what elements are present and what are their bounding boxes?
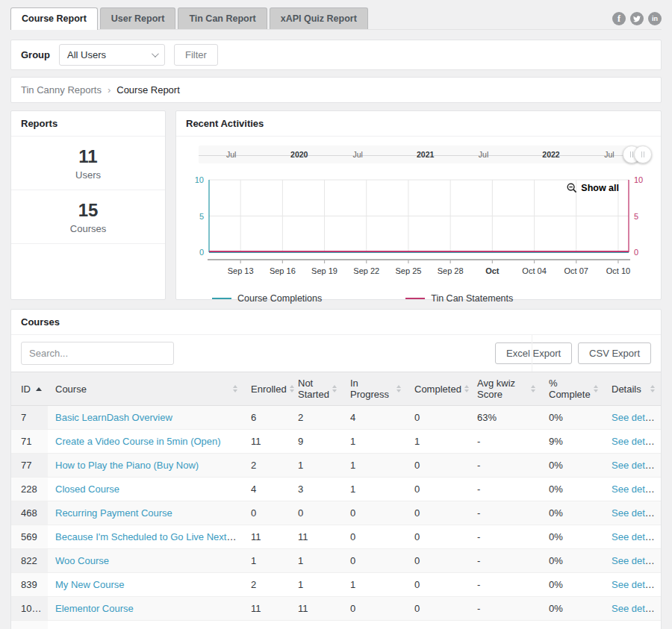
twitter-icon[interactable] xyxy=(630,12,644,25)
column-header--complete[interactable]: % Complete xyxy=(541,372,604,406)
courses-table-head: IDCourseEnrolledNot StartedIn ProgressCo… xyxy=(11,372,661,406)
cell-avg-quiz-score: - xyxy=(470,454,541,478)
course-link[interactable]: Woo Course xyxy=(55,555,109,566)
legend-line-pink xyxy=(405,298,425,299)
column-header-in-progress[interactable]: In Progress xyxy=(343,372,407,406)
course-link[interactable]: Elementor Course xyxy=(55,603,134,614)
column-header-not-started[interactable]: Not Started xyxy=(290,372,343,406)
tab-course-report[interactable]: Course Report xyxy=(10,7,98,30)
cell-id: 822 xyxy=(11,549,48,573)
column-label: % Complete xyxy=(549,378,591,400)
courses-table-body: 7Basic LearnDash Overview624063%0%See de… xyxy=(11,406,661,629)
show-all-button[interactable]: Show all xyxy=(567,183,619,193)
cell-enrolled: 11 xyxy=(243,430,290,454)
see-details-link[interactable]: See details xyxy=(612,603,659,614)
svg-text:Oct 10: Oct 10 xyxy=(606,266,630,275)
see-details-link[interactable]: See details xyxy=(612,412,659,423)
cell-details: See details xyxy=(604,549,661,573)
facebook-icon[interactable]: f xyxy=(612,12,626,25)
chart-navigator[interactable]: Jul2020Jul2021Jul2022Jul xyxy=(199,145,646,163)
breadcrumb-current: Course Report xyxy=(116,84,180,96)
see-details-link[interactable]: See details xyxy=(612,531,659,542)
cell-avg-quiz-score: - xyxy=(470,430,541,454)
see-details-link[interactable]: See details xyxy=(612,579,659,590)
cell-course: Elementor Course xyxy=(48,597,243,621)
see-details-link[interactable]: See details xyxy=(612,436,659,447)
course-link[interactable]: Recurring Payment Course xyxy=(55,507,172,519)
cell-avg-quiz-score: - xyxy=(470,597,541,621)
cell-details: See details xyxy=(604,621,661,629)
cell-in-progress: 0 xyxy=(343,525,407,549)
svg-text:Sep 19: Sep 19 xyxy=(311,266,337,275)
navigator-tick-label: 2022 xyxy=(542,150,559,159)
tab-tin-can-report[interactable]: Tin Can Report xyxy=(178,7,267,29)
column-header-id[interactable]: ID xyxy=(11,372,48,406)
svg-text:5: 5 xyxy=(634,212,638,221)
linkedin-icon[interactable]: in xyxy=(648,12,662,25)
reports-title: Reports xyxy=(11,111,165,137)
cell-pct-complete: 0% xyxy=(541,549,604,573)
see-details-link[interactable]: See details xyxy=(612,555,659,566)
cell-not-started: 2 xyxy=(290,406,343,430)
legend-label-tin-can-statements: Tin Can Statements xyxy=(431,293,513,304)
report-tabbar: Course Report User Report Tin Can Report… xyxy=(10,7,662,30)
group-filter-bar: Group All Users Filter xyxy=(10,40,662,70)
cell-completed: 0 xyxy=(407,525,470,549)
courses-count: 15 xyxy=(11,200,165,222)
table-row: 822Woo Course1100-0%See details xyxy=(11,549,661,573)
svg-text:Sep 13: Sep 13 xyxy=(228,266,254,275)
course-link[interactable]: How to Play the Piano (Buy Now) xyxy=(55,460,199,471)
cell-not-started: 11 xyxy=(290,597,343,621)
see-details-link[interactable]: See details xyxy=(612,484,659,495)
see-details-link[interactable]: See details xyxy=(612,507,659,519)
column-header-details[interactable]: Details xyxy=(604,372,661,406)
cell-avg-quiz-score: - xyxy=(470,525,541,549)
chart-body: Jul2020Jul2021Jul2022Jul 05100510Sep 13S… xyxy=(176,137,661,311)
course-link[interactable]: Because I'm Scheduled to Go Live Next Ye… xyxy=(55,531,243,542)
search-input[interactable] xyxy=(21,342,174,365)
course-link[interactable]: Create a Video Course in 5min (Open) xyxy=(55,436,221,447)
cell-id: 71 xyxy=(11,430,48,454)
column-header-course[interactable]: Course xyxy=(48,372,243,406)
course-link[interactable]: My New Course xyxy=(55,579,124,590)
svg-text:Sep 28: Sep 28 xyxy=(438,266,464,275)
breadcrumb-parent[interactable]: Tin Canny Reports xyxy=(21,84,102,96)
cell-pct-complete: 9% xyxy=(541,621,604,629)
column-header-enrolled[interactable]: Enrolled xyxy=(243,372,290,406)
cell-not-started: 1 xyxy=(290,549,343,573)
course-link[interactable]: Closed Course xyxy=(55,484,119,495)
tab-xapi-quiz-report[interactable]: xAPI Quiz Report xyxy=(270,7,368,29)
svg-text:0: 0 xyxy=(634,248,638,257)
cell-details: See details xyxy=(604,478,661,501)
column-header-completed[interactable]: Completed xyxy=(407,372,470,406)
csv-export-button[interactable]: CSV Export xyxy=(578,342,651,364)
navigator-tick-label: Jul xyxy=(479,150,488,159)
cell-pct-complete: 0% xyxy=(541,406,604,430)
cell-course: Woo Course xyxy=(48,549,243,573)
filter-button[interactable]: Filter xyxy=(174,44,218,66)
chart-legend: Course Completions Tin Can Statements xyxy=(212,293,650,304)
table-row: 569Because I'm Scheduled to Go Live Next… xyxy=(11,525,661,549)
cell-enrolled: 6 xyxy=(243,406,290,430)
legend-tin-can-statements[interactable]: Tin Can Statements xyxy=(405,293,513,304)
cell-course: Beaver Builder Course xyxy=(48,621,243,629)
cell-details: See details xyxy=(604,525,661,549)
see-details-link[interactable]: See details xyxy=(612,460,659,471)
tab-user-report[interactable]: User Report xyxy=(100,7,176,29)
course-link[interactable]: Basic LearnDash Overview xyxy=(55,412,172,423)
svg-text:Sep 25: Sep 25 xyxy=(396,266,422,275)
group-select[interactable]: All Users xyxy=(59,44,165,66)
sort-icon xyxy=(464,385,469,392)
cell-id: 569 xyxy=(11,525,48,549)
excel-export-button[interactable]: Excel Export xyxy=(495,342,572,364)
svg-text:Oct: Oct xyxy=(485,266,500,275)
export-buttons: Excel Export CSV Export xyxy=(495,342,651,364)
legend-course-completions[interactable]: Course Completions xyxy=(212,293,322,304)
courses-title: Courses xyxy=(11,310,661,335)
cell-avg-quiz-score: - xyxy=(470,549,541,573)
column-label: Avg kwiz Score xyxy=(477,378,528,400)
cell-course: Because I'm Scheduled to Go Live Next Ye… xyxy=(48,525,243,549)
column-header-avg-kwiz-score[interactable]: Avg kwiz Score xyxy=(470,372,541,406)
navigator-handle-right[interactable] xyxy=(634,145,652,163)
svg-text:Oct 07: Oct 07 xyxy=(564,266,588,275)
